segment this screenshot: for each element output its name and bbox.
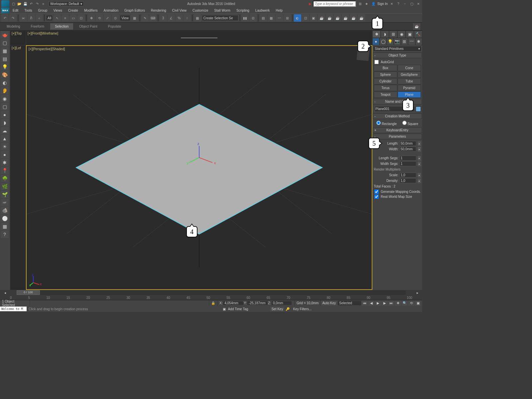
record-icon[interactable]: ▶ — [309, 2, 312, 6]
anim-icon[interactable]: ◐ — [1, 79, 9, 86]
menu-scripting[interactable]: Scripting — [234, 8, 252, 13]
minimize-icon[interactable]: − — [402, 1, 408, 6]
select-rect-icon[interactable]: ▭ — [69, 14, 77, 22]
pin-icon[interactable]: 📍 — [1, 167, 9, 174]
cp-sub-cameras[interactable]: 📷 — [394, 38, 401, 45]
named-selection-set[interactable]: Create Selection Se — [202, 15, 238, 21]
btn-torus[interactable]: Torus — [374, 85, 397, 91]
rendered-frame-icon[interactable]: ▣ — [310, 14, 317, 22]
save-icon[interactable]: 💾 — [23, 1, 28, 6]
half-sphere-icon[interactable]: ◗ — [1, 119, 9, 126]
color-swatch[interactable] — [416, 106, 421, 112]
btn-sphere[interactable]: Sphere — [374, 71, 397, 78]
exchange-icon[interactable]: ✕ — [389, 1, 394, 6]
cp-tab-display[interactable]: ▣ — [406, 31, 414, 38]
percent-snap-icon[interactable]: % — [176, 14, 183, 22]
spinner-up-icon[interactable]: ▴ — [418, 147, 421, 152]
sun-icon[interactable]: ☀ — [1, 143, 9, 150]
nav-max-icon[interactable]: ▣ — [415, 301, 421, 306]
mirror-icon[interactable]: ▮▮ — [241, 14, 249, 22]
cp-tab-hierarchy[interactable]: ⊞ — [389, 31, 397, 38]
render-production-icon[interactable]: ☕ — [318, 14, 325, 22]
cp-sub-shapes[interactable]: ◯ — [379, 38, 386, 45]
btn-teapot[interactable]: Teapot — [374, 91, 397, 98]
menu-modifiers[interactable]: Modifiers — [81, 8, 100, 13]
sign-in-icon[interactable]: 👤 — [371, 1, 376, 6]
mesh-icon[interactable]: ▦ — [1, 47, 9, 55]
rollout-creation-method[interactable]: Creation Method — [373, 113, 422, 119]
menu-animation[interactable]: Animation — [101, 8, 121, 13]
rollout-keyboard-entry[interactable]: KeyboardEntry — [373, 127, 422, 133]
coord-z-input[interactable]: 0,0mm — [272, 301, 292, 305]
unlink-tb-icon[interactable]: ⫚ — [28, 14, 35, 22]
hf-icon[interactable]: HF — [1, 199, 9, 206]
radio-rectangle[interactable]: Rectangle — [376, 121, 397, 126]
selected-dd[interactable]: Selected — [338, 301, 361, 305]
cloud-tool-icon[interactable]: ☁ — [1, 127, 9, 134]
toggle-ribbon-icon[interactable]: ▦ — [268, 14, 275, 22]
scale-input[interactable]: 1,0 — [400, 173, 416, 178]
cp-sub-systems[interactable]: ✱ — [415, 38, 422, 45]
menu-stall-worm[interactable]: Stall Worm — [211, 8, 233, 13]
cp-sub-lights[interactable]: 💡 — [387, 38, 394, 45]
radio-square[interactable]: Square — [402, 121, 418, 126]
menu-help[interactable]: Help — [273, 8, 285, 13]
ribbon-tab-freeform[interactable]: Freeform — [26, 23, 49, 30]
timeline-right-arrow[interactable]: ▸ — [412, 291, 422, 295]
nav-pan-icon[interactable]: ✥ — [395, 301, 401, 306]
schematic-view-icon[interactable]: ⊞ — [284, 14, 291, 22]
coord-x-input[interactable]: 4,054mm — [223, 301, 243, 305]
nav-zoom-icon[interactable]: 🔍 — [402, 301, 408, 306]
link-icon[interactable]: ⎆ — [41, 1, 46, 6]
btn-box[interactable]: Box — [374, 65, 397, 71]
search-options-icon[interactable]: ⊞ — [357, 1, 363, 6]
spiral-icon[interactable]: ◉ — [1, 95, 9, 102]
key-icon[interactable]: 🔑 — [284, 307, 291, 311]
set-key-button[interactable]: Set Key — [270, 307, 284, 312]
placement-icon[interactable]: ⊙ — [112, 14, 119, 22]
grid-icon[interactable]: ▤ — [1, 55, 9, 63]
btn-geosphere[interactable]: GeoSphere — [398, 71, 421, 78]
cp-tab-motion[interactable]: ◉ — [397, 31, 406, 38]
cp-tab-create[interactable]: ✱ — [372, 31, 381, 38]
key-filters-button[interactable]: Key Filters... — [291, 307, 314, 312]
snap-toggle-icon[interactable]: 3 — [160, 14, 167, 22]
length-input[interactable]: 50,0mm — [400, 141, 416, 146]
time-slider-knob[interactable]: 0 / 100 — [17, 290, 40, 295]
rollout-name-color[interactable]: Name and Color — [373, 99, 422, 104]
coord-y-input[interactable]: -25,187mm — [247, 301, 267, 305]
viewport-left-mini[interactable]: [+][Lef — [10, 45, 26, 290]
teapot-icon[interactable]: 🫖 — [1, 31, 9, 39]
goto-start-icon[interactable]: ⏮ — [362, 301, 368, 306]
render-setup-icon[interactable]: ⊡ — [302, 14, 309, 22]
ribbon-tab-populate[interactable]: Populate — [103, 23, 126, 30]
viewport-top-mini[interactable]: [+][Top — [10, 31, 26, 45]
redo-icon[interactable]: ↷ — [35, 1, 40, 6]
menu-edit[interactable]: Edit — [10, 8, 21, 13]
maxscript-listener[interactable]: Welcome to M — [0, 307, 27, 311]
favorites-icon[interactable]: ★ — [364, 1, 369, 6]
square-icon[interactable]: ▢ — [1, 103, 9, 110]
rend-ico-1[interactable]: ☕ — [413, 23, 420, 30]
workspace-selector[interactable]: Workspace: Default ▾ — [49, 1, 84, 6]
render-preset-icon[interactable]: ☕ — [342, 14, 349, 22]
btn-tube[interactable]: Tube — [398, 78, 421, 84]
rock-icon[interactable]: 🪨 — [1, 207, 9, 214]
light-tool-icon[interactable]: 💡 — [1, 63, 9, 70]
new-icon[interactable]: ▢ — [11, 1, 16, 6]
spinner-up-icon[interactable]: ▴ — [418, 141, 421, 146]
curve-editor-icon[interactable]: 〰 — [276, 14, 283, 22]
link-tb-icon[interactable]: ⫘ — [20, 14, 27, 22]
cp-sub-helpers[interactable]: ⊞ — [401, 38, 408, 45]
render-iterative-icon[interactable]: ☕ — [326, 14, 333, 22]
ribbon-tab-selection[interactable]: Selection — [50, 23, 73, 30]
prev-frame-icon[interactable]: ◀ — [368, 301, 374, 306]
paint-icon[interactable]: 🎨 — [1, 71, 9, 78]
time-ruler[interactable]: 0 5 10 15 20 25 30 35 40 45 50 55 60 65 … — [0, 295, 422, 300]
spinner-up-icon[interactable]: ▴ — [418, 179, 421, 183]
tree-icon[interactable]: 🌳 — [1, 175, 9, 182]
sign-in-label[interactable]: Sign In — [377, 2, 388, 6]
maximize-icon[interactable]: ▢ — [409, 1, 414, 6]
help-icon[interactable]: ? — [396, 1, 401, 6]
spinner-snap-icon[interactable]: ↕ — [184, 14, 191, 22]
